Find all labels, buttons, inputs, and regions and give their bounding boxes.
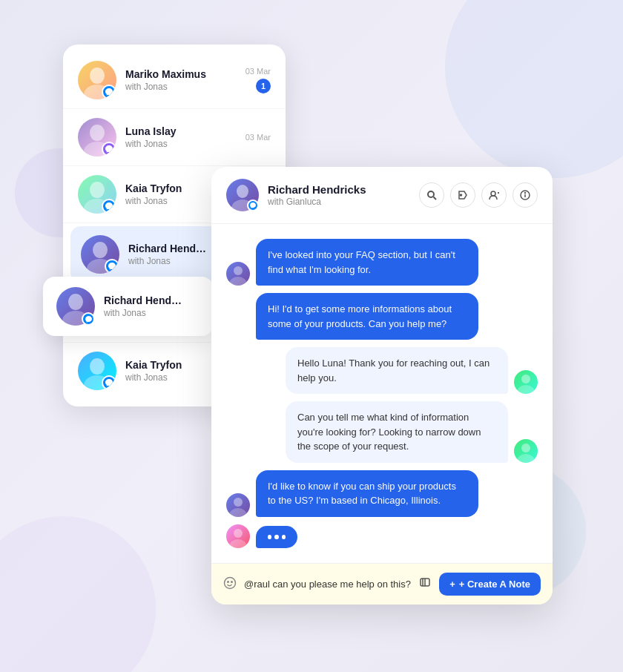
rh-messenger-badge xyxy=(82,312,95,326)
svg-line-17 xyxy=(434,197,437,200)
svg-point-28 xyxy=(517,385,535,394)
svg-point-12 xyxy=(68,294,83,310)
info-button[interactable] xyxy=(512,182,538,208)
typing-dot-3 xyxy=(282,535,286,539)
chat-header-actions xyxy=(419,182,538,208)
typing-dot-2 xyxy=(274,535,278,539)
avatar-kaia1 xyxy=(78,175,116,214)
chat-input-mention[interactable]: @raul can you please me help on this? xyxy=(244,579,411,590)
chat-header-info: Richard Hendricks with Gianluca xyxy=(268,183,419,207)
chat-panel: Richard Hendricks with Gianluca xyxy=(211,167,553,605)
svg-point-30 xyxy=(517,454,535,463)
svg-point-33 xyxy=(234,529,243,538)
msg-bubble-2: Hi! I'd to get some more informations ab… xyxy=(256,293,478,340)
chat-input-bar: @raul can you please me help on this? + … xyxy=(211,563,553,605)
label-button[interactable] xyxy=(450,182,475,208)
label-icon xyxy=(458,190,468,200)
msg-bubble-4: Can you tell me what kind of information… xyxy=(286,401,508,463)
info-icon xyxy=(520,190,530,200)
message-row-1: I've looked into your FAQ section, but I… xyxy=(226,239,538,286)
msg-avatar-5 xyxy=(226,493,250,517)
create-note-plus: + xyxy=(449,579,455,590)
rh-card-name: Richard Hend… xyxy=(104,294,200,306)
conv-name-mariko1: Mariko Maximus xyxy=(125,68,240,80)
rh-floating-card[interactable]: Richard Hend… with Jonas xyxy=(43,277,214,336)
chat-header: Richard Hendricks with Gianluca xyxy=(211,167,553,224)
msg-avatar-6 xyxy=(226,524,250,548)
search-button[interactable] xyxy=(419,182,444,208)
conv-info-luna1: Luna Islay with Jonas xyxy=(125,125,240,149)
message-row-2: Hi! I'd to get some more informations ab… xyxy=(226,293,538,340)
add-user-icon xyxy=(489,190,500,200)
svg-point-32 xyxy=(229,508,247,517)
conv-item-luna1[interactable]: Luna Islay with Jonas 03 Mar xyxy=(63,109,286,166)
conv-meta-luna1: 03 Mar xyxy=(245,133,271,142)
avatar-luna1 xyxy=(78,118,116,157)
avatar-kaia2 xyxy=(78,352,116,390)
conv-date-luna1: 03 Mar xyxy=(245,133,271,142)
msg-bubble-5: I'd like to know if you can ship your pr… xyxy=(256,470,478,517)
msg-text-2: Hi! I'd to get some more informations ab… xyxy=(268,303,452,329)
messenger-badge-kaia1 xyxy=(102,199,116,214)
conv-badge-mariko1: 1 xyxy=(256,79,271,93)
svg-point-24 xyxy=(525,193,526,194)
msg-bubble-1: I've looked into your FAQ section, but I… xyxy=(256,239,478,286)
msg-text-4: Can you tell me what kind of information… xyxy=(297,412,481,452)
svg-point-37 xyxy=(231,581,233,582)
svg-point-16 xyxy=(428,191,434,197)
msg-text-3: Hello Luna! Thank you for reaching out, … xyxy=(297,358,490,383)
svg-point-6 xyxy=(93,242,108,258)
rh-card-info: Richard Hend… with Jonas xyxy=(104,294,200,318)
msg-avatar-3 xyxy=(514,370,538,394)
messenger-badge-kaia2 xyxy=(102,375,116,390)
msg-text-1: I've looked into your FAQ section, but I… xyxy=(268,249,455,275)
rh-avatar xyxy=(56,287,95,326)
svg-point-10 xyxy=(90,358,105,375)
rh-card-sub: with Jonas xyxy=(104,308,200,318)
svg-point-31 xyxy=(234,498,243,507)
chat-header-sub: with Gianluca xyxy=(268,197,419,207)
msg-avatar-4 xyxy=(514,439,538,463)
attachment-icon[interactable] xyxy=(418,576,432,593)
message-row-6 xyxy=(226,524,538,548)
svg-point-25 xyxy=(234,266,243,275)
create-note-button[interactable]: + + Create A Note xyxy=(439,573,541,596)
conv-sub-luna1: with Jonas xyxy=(125,139,240,149)
create-note-label: + Create A Note xyxy=(459,579,530,590)
chat-header-avatar xyxy=(226,179,259,211)
svg-point-35 xyxy=(225,577,236,588)
conv-sub-mariko1: with Jonas xyxy=(125,82,240,92)
svg-point-26 xyxy=(229,277,247,286)
svg-point-2 xyxy=(90,125,105,141)
conv-meta-mariko1: 03 Mar 1 xyxy=(245,67,271,93)
svg-point-27 xyxy=(521,375,530,383)
svg-point-34 xyxy=(229,539,247,548)
conv-item-mariko1[interactable]: Mariko Maximus with Jonas 03 Mar 1 xyxy=(63,52,286,109)
msg-text-5: I'd like to know if you can ship your pr… xyxy=(268,481,456,507)
conv-name-luna1: Luna Islay xyxy=(125,125,240,137)
message-row-3: Hello Luna! Thank you for reaching out, … xyxy=(226,347,538,394)
typing-dot-1 xyxy=(268,535,271,539)
add-user-button[interactable] xyxy=(481,182,507,208)
messenger-badge-mariko1 xyxy=(102,85,116,99)
msg-avatar-1 xyxy=(226,262,250,286)
svg-point-29 xyxy=(521,444,530,452)
emoji-icon xyxy=(223,576,237,593)
conv-date-mariko1: 03 Mar xyxy=(245,67,271,76)
svg-point-4 xyxy=(90,182,105,198)
svg-point-14 xyxy=(237,185,248,198)
svg-point-36 xyxy=(228,581,229,582)
chat-header-messenger-badge xyxy=(247,200,259,211)
avatar-richard-h xyxy=(81,235,119,274)
msg-bubble-3: Hello Luna! Thank you for reaching out, … xyxy=(286,347,508,394)
svg-point-0 xyxy=(90,67,105,84)
messenger-badge-richard-h xyxy=(105,259,119,274)
chat-messages: I've looked into your FAQ section, but I… xyxy=(211,224,553,563)
search-icon xyxy=(426,190,437,200)
message-row-5: I'd like to know if you can ship your pr… xyxy=(226,470,538,517)
messenger-badge-luna1 xyxy=(102,142,116,157)
conv-info-mariko1: Mariko Maximus with Jonas xyxy=(125,68,240,92)
chat-header-name: Richard Hendricks xyxy=(268,183,419,196)
typing-indicator xyxy=(256,526,297,548)
message-row-4: Can you tell me what kind of information… xyxy=(226,401,538,463)
